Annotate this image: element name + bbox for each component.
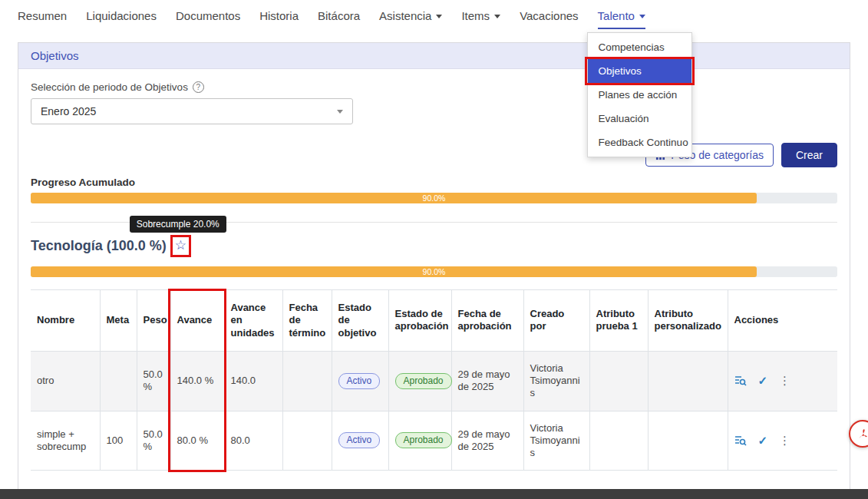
cell-atributo-prueba [589,411,648,471]
kebab-menu-icon[interactable]: ⋮ [779,434,790,448]
cell-peso: 50.0 % [137,411,170,471]
objectives-table: Nombre Meta Peso Avance Avance en unidad… [31,289,837,471]
header-cell-estado-objetivo: Estado de objetivo [332,290,388,352]
table-header-row: Nombre Meta Peso Avance Avance en unidad… [31,290,837,352]
talento-dropdown: Competencias Objetivos Planes de acción … [587,32,692,157]
cell-avance-unidades: 80.0 [224,411,282,471]
header-cell-nombre: Nombre [31,290,100,352]
header-cell-creado-por: Creado por [523,290,589,352]
cell-meta: 100 [100,411,137,471]
nav-label: Liquidaciones [86,9,157,22]
cell-fecha-termino [282,351,332,411]
cell-creado-por: Victoria Tsimoyannis [523,351,589,411]
star-icon[interactable]: ☆ [173,238,189,253]
nav-item-liquidaciones[interactable]: Liquidaciones [86,9,157,29]
objetivos-panel: Objetivos Selección de periodo de Objeti… [18,42,850,499]
menu-item-planes-de-accion[interactable]: Planes de acción [588,83,691,107]
menu-item-competencias[interactable]: Competencias [588,35,691,59]
cell-meta [100,351,137,411]
menu-item-feedback-continuo[interactable]: Feedback Continuo [588,131,691,154]
status-badge-activo: Activo [338,432,381,448]
nav-item-talento[interactable]: Talento [598,9,645,29]
panel-header: Objetivos [18,43,850,69]
avance-cell-last: 80.0 % [170,411,224,471]
header-cell-fecha-aprobacion: Fecha de aprobación [451,290,523,352]
cell-estado-aprobacion: Aprobado [388,351,451,411]
category-title: Tecnología (100.0 %) [31,238,167,254]
header-cell-meta: Meta [100,290,137,352]
nav-item-items[interactable]: Items [461,9,500,29]
tooltip: Sobrecumple 20.0% [130,216,226,233]
cell-nombre: otro [31,351,100,411]
help-icon[interactable]: ? [193,81,204,93]
menu-item-evaluacion[interactable]: Evaluación [588,107,691,131]
chevron-down-icon [639,15,645,18]
status-badge-activo: Activo [338,373,381,389]
kebab-menu-icon[interactable]: ⋮ [779,374,790,388]
nav-item-documentos[interactable]: Documentos [176,9,240,29]
nav-item-bitacora[interactable]: Bitácora [318,9,360,29]
row-actions: ✓ ⋮ [734,374,832,388]
category-title-row: Tecnología (100.0 %) ☆ [31,238,837,254]
status-badge-aprobado: Aprobado [395,432,452,448]
nav-label: Documentos [176,9,240,22]
nav-item-vacaciones[interactable]: Vacaciones [520,9,578,29]
view-details-icon[interactable] [734,435,747,447]
cell-avance: 140.0 % [170,351,224,411]
header-cell-fecha-termino: Fecha de término [282,290,332,352]
chevron-down-icon [436,15,442,18]
cell-peso: 50.0 % [137,351,170,411]
cell-estado-aprobacion: Aprobado [388,411,451,471]
header-cell-atributo-personalizado: Atributo personalizado [648,290,728,352]
cell-fecha-aprobacion: 29 de mayo de 2025 [451,351,523,411]
header-cell-avance: Avance [170,290,224,352]
pdf-icon[interactable] [849,420,868,448]
period-label-text: Selección de periodo de Objetivos [31,81,188,93]
header-cell-avance-unidades: Avance en unidades [224,290,282,352]
cell-creado-por: Victoria Tsimoyannis [523,411,589,471]
nav-item-resumen[interactable]: Resumen [18,9,67,29]
period-select[interactable]: Enero 2025 [31,98,353,124]
table-row: otro 50.0 % 140.0 % 140.0 Activo Aprobad… [31,351,837,411]
nav-label: Bitácora [318,9,360,22]
top-nav: Resumen Liquidaciones Documentos Histori… [0,0,868,29]
panel-actions-row: Peso de categorías Crear [31,143,837,167]
nav-label: Historia [259,9,299,22]
cell-estado-objetivo: Activo [332,351,388,411]
cell-atributo-prueba [589,351,648,411]
chevron-down-icon [494,15,500,18]
nav-item-historia[interactable]: Historia [259,9,299,29]
nav-label: Asistencia [379,9,431,22]
nav-label: Resumen [18,9,67,22]
cell-atributo-personalizado [648,351,728,411]
panel-title: Objetivos [31,49,79,62]
approve-check-icon[interactable]: ✓ [758,434,768,448]
header-cell-acciones: Acciones [728,290,837,352]
nav-item-asistencia[interactable]: Asistencia [379,9,442,29]
header-cell-peso: Peso [137,290,170,352]
menu-item-objetivos[interactable]: Objetivos [588,59,691,83]
panel-body: Selección de periodo de Objetivos ? Ener… [18,69,850,499]
page: Resumen Liquidaciones Documentos Histori… [0,0,868,499]
view-details-icon[interactable] [734,375,747,387]
nav-label: Vacaciones [520,9,578,22]
cell-atributo-personalizado [648,411,728,471]
bottom-bar [0,489,868,499]
cell-nombre: simple + sobrecump [31,411,100,471]
crear-button[interactable]: Crear [781,143,837,167]
cell-estado-objetivo: Activo [332,411,388,471]
approve-check-icon[interactable]: ✓ [758,374,768,388]
cell-avance-unidades: 140.0 [224,351,282,411]
row-actions: ✓ ⋮ [734,434,832,448]
chevron-down-icon [337,110,343,114]
category-progress-value: 90.0% [31,266,837,277]
status-badge-aprobado: Aprobado [395,373,452,389]
cell-acciones: ✓ ⋮ [728,351,837,411]
header-cell-estado-aprobacion: Estado de aprobación [388,290,451,352]
cell-fecha-termino [282,411,332,471]
accumulated-progress-label: Progreso Acumulado [31,177,837,188]
accumulated-progress-value: 90.0% [31,193,837,203]
table-row: simple + sobrecump 100 50.0 % 80.0 % 80.… [31,411,837,471]
accumulated-progress-bar: 90.0% [31,193,837,203]
nav-label: Talento [598,9,635,22]
